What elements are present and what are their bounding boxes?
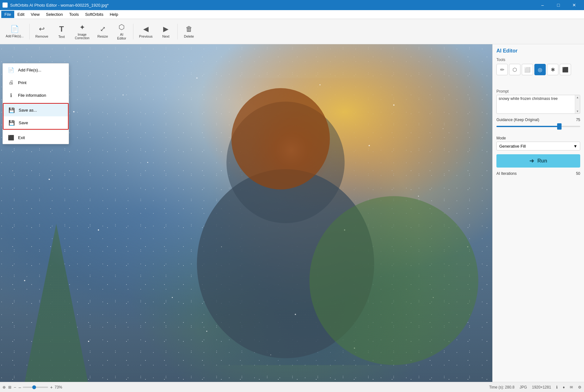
toolbar-previous[interactable]: ◀ Previous — [136, 21, 156, 42]
iterations-row: AI Iterations 50 — [496, 171, 580, 176]
tool-brush[interactable]: ✏ — [496, 64, 508, 75]
window-title: SoftOrbits AI Photo Editor - woman-60022… — [10, 3, 108, 8]
mode-select[interactable]: Generative Fill ▼ — [496, 142, 580, 150]
menu-softorbits[interactable]: SoftOrbits — [82, 11, 107, 18]
status-info-icon[interactable]: ℹ — [556, 385, 558, 389]
zoom-value: 73% — [55, 385, 62, 389]
delete-icon: 🗑 — [186, 25, 193, 33]
dropdown-save[interactable]: 💾 Save — [3, 116, 68, 129]
dropdown-print[interactable]: 🖨 Print — [3, 76, 69, 89]
dropdown-exit-label: Exit — [18, 135, 25, 140]
add-files-dropdown-icon: 📄 — [8, 67, 14, 73]
toolbar: 📄 Add File(s)... ↩ Remove T Text ✦ Image… — [0, 19, 584, 44]
dropdown-add-files-label: Add File(s)... — [18, 68, 41, 72]
toolbar-ai-editor-label: AIEditor — [117, 33, 126, 40]
app-icon — [3, 3, 8, 8]
prompt-wrapper: snowy white frozen christmass tree ▲ ▼ — [496, 95, 580, 114]
close-button[interactable]: ✕ — [567, 0, 581, 10]
dropdown-print-label: Print — [18, 80, 27, 85]
toolbar-text[interactable]: T Text — [53, 21, 71, 42]
menu-help[interactable]: Help — [107, 11, 121, 18]
save-as-icon: 💾 — [9, 107, 15, 113]
tool-rect-select[interactable]: ⬜ — [522, 64, 533, 75]
toolbar-divider-3 — [177, 24, 178, 40]
save-icon: 💾 — [9, 119, 15, 126]
toolbar-delete-label: Delete — [184, 34, 194, 38]
status-share-icon[interactable]: ♦ — [563, 385, 565, 389]
toolbar-ai-editor[interactable]: ⬡ AIEditor — [113, 21, 131, 42]
print-icon: 🖨 — [8, 79, 14, 86]
tool-lasso[interactable]: ◎ — [534, 64, 546, 75]
title-bar: SoftOrbits AI Photo Editor - woman-60022… — [0, 0, 584, 10]
toolbar-resize[interactable]: ⤢ Resize — [94, 21, 112, 42]
spacer-1 — [496, 79, 580, 85]
status-bar: ⊕ ⊞ – – + 73% Time (s): 280.8 JPG 1920×1… — [0, 382, 584, 392]
prompt-scrollbar[interactable]: ▲ ▼ — [575, 95, 580, 113]
status-settings-icon[interactable]: ⚙ — [578, 385, 581, 389]
status-icon-plus[interactable]: ⊕ — [3, 385, 6, 389]
tree-element — [25, 224, 88, 382]
zoom-plus-button[interactable]: + — [50, 385, 52, 390]
guidance-label: Guidance (Keep Original) — [496, 118, 539, 122]
dropdown-exit[interactable]: ⬛ Exit — [3, 131, 69, 144]
menu-selection[interactable]: Selection — [43, 11, 66, 18]
file-dropdown-menu: 📄 Add File(s)... 🖨 Print ℹ File informat… — [3, 63, 69, 144]
menu-file[interactable]: File — [1, 11, 14, 18]
mode-value: Generative Fill — [499, 144, 526, 149]
tool-wand[interactable]: ⬛ — [560, 64, 571, 75]
format-label: JPG — [519, 385, 527, 389]
photo-background — [0, 44, 492, 382]
guidance-slider[interactable] — [496, 123, 580, 130]
toolbar-text-label: Text — [58, 35, 65, 39]
toolbar-next[interactable]: ▶ Next — [157, 21, 175, 42]
status-icon-grid[interactable]: ⊞ — [8, 385, 11, 389]
window-controls[interactable]: – □ ✕ — [535, 0, 581, 10]
tools-label: Tools — [496, 58, 580, 62]
toolbar-remove[interactable]: ↩ Remove — [32, 21, 52, 42]
tool-eraser[interactable]: ⬡ — [509, 64, 520, 75]
prompt-text: snowy white frozen christmass tree — [499, 96, 558, 101]
canvas-area[interactable]: 📄 Add File(s)... 🖨 Print ℹ File informat… — [0, 44, 492, 382]
toolbar-resize-label: Resize — [97, 34, 108, 38]
zoom-slider[interactable] — [23, 387, 48, 388]
dropdown-save-label: Save — [19, 120, 28, 125]
menu-view[interactable]: View — [28, 11, 43, 18]
mode-section: Mode Generative Fill ▼ — [496, 136, 580, 150]
run-label: Run — [537, 158, 547, 164]
tool-star[interactable]: ✱ — [547, 64, 558, 75]
prompt-input[interactable]: snowy white frozen christmass tree — [496, 95, 580, 114]
slider-thumb[interactable] — [557, 123, 562, 130]
zoom-minus-button[interactable]: – — [19, 385, 21, 390]
guidance-section: Guidance (Keep Original) 75 — [496, 118, 580, 132]
menu-tools[interactable]: Tools — [66, 11, 82, 18]
image-correction-icon: ✦ — [79, 23, 85, 32]
prompt-label: Prompt — [496, 89, 580, 94]
scroll-up-icon[interactable]: ▲ — [576, 96, 579, 99]
maximize-button[interactable]: □ — [551, 0, 566, 10]
dropdown-save-as[interactable]: 💾 Save as... — [3, 104, 68, 116]
scroll-down-icon[interactable]: ▼ — [576, 110, 579, 113]
status-icon-minus[interactable]: – — [14, 385, 16, 389]
minimize-button[interactable]: – — [535, 0, 550, 10]
slider-track — [496, 126, 580, 127]
time-label: Time (s): 280.8 — [489, 385, 514, 389]
dropdown-add-files[interactable]: 📄 Add File(s)... — [3, 64, 69, 76]
toolbar-previous-label: Previous — [139, 34, 153, 38]
menu-edit[interactable]: Edit — [14, 11, 28, 18]
toolbar-remove-label: Remove — [35, 34, 48, 38]
status-right: Time (s): 280.8 JPG 1920×1281 ℹ ♦ ✉ ⚙ — [489, 385, 581, 389]
dropdown-divider — [3, 102, 69, 102]
mode-label: Mode — [496, 136, 580, 140]
toolbar-image-correction[interactable]: ✦ ImageCorrection — [72, 21, 93, 42]
dropdown-file-info[interactable]: ℹ File information — [3, 89, 69, 101]
info-dropdown-icon: ℹ — [8, 92, 14, 98]
guidance-value: 75 — [576, 118, 580, 122]
next-icon: ▶ — [163, 25, 169, 33]
dropdown-save-as-label: Save as... — [19, 108, 37, 113]
toolbar-delete[interactable]: 🗑 Delete — [180, 21, 198, 42]
toolbar-add-files[interactable]: 📄 Add File(s)... — [3, 21, 27, 42]
run-button[interactable]: ➜ Run — [496, 154, 580, 168]
person-area — [172, 78, 443, 365]
status-mail-icon[interactable]: ✉ — [570, 385, 573, 389]
tools-section: Tools ✏ ⬡ ⬜ ◎ ✱ ⬛ — [496, 58, 580, 75]
